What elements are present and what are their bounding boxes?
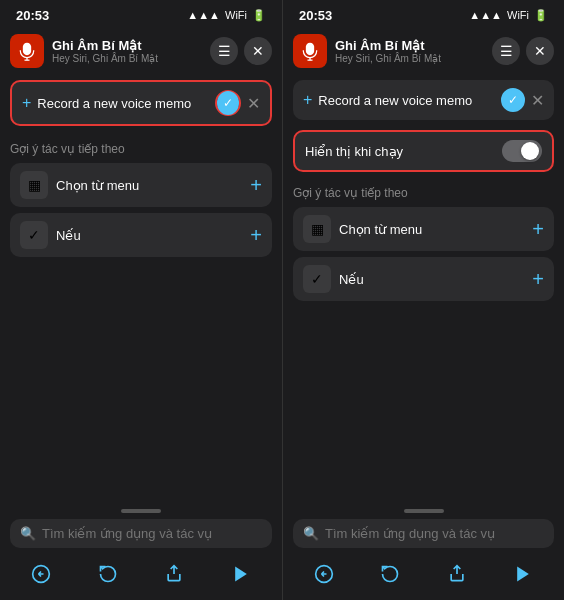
header-buttons-right: ☰ ✕ (492, 37, 554, 65)
tab-undo-right[interactable] (374, 558, 406, 590)
suggestion-item-0-left[interactable]: ▦ Chọn từ menu + (10, 163, 272, 207)
action-close-right[interactable]: ✕ (531, 91, 544, 110)
suggestion-add-0-left[interactable]: + (250, 174, 262, 197)
search-icon-left: 🔍 (20, 526, 36, 541)
tab-play-left[interactable] (225, 558, 257, 590)
suggestion-item-1-right[interactable]: ✓ Nếu + (293, 257, 554, 301)
bottom-area-right: 🔍 (283, 507, 564, 600)
header-buttons-left: ☰ ✕ (210, 37, 272, 65)
app-icon-right (293, 34, 327, 68)
close-button-right[interactable]: ✕ (526, 37, 554, 65)
suggestion-icon-1-left: ✓ (20, 221, 48, 249)
svg-marker-7 (517, 567, 529, 582)
if-icon-right: ✓ (311, 271, 323, 287)
search-bar-right[interactable]: 🔍 (293, 519, 554, 548)
tab-back-left[interactable] (25, 558, 57, 590)
checkmark-icon-right: ✓ (508, 93, 518, 107)
checkmark-icon-left: ✓ (223, 96, 233, 110)
tab-play-right[interactable] (507, 558, 539, 590)
suggestion-add-1-left[interactable]: + (250, 224, 262, 247)
menu-grid-icon-right: ▦ (311, 221, 324, 237)
action-plus-left: + (22, 94, 31, 112)
action-row-right[interactable]: + Record a new voice memo ✓ ✕ (293, 80, 554, 120)
section-label-left: Gợi ý tác vụ tiếp theo (0, 132, 282, 160)
action-close-left[interactable]: ✕ (247, 94, 260, 113)
menu-icon-right: ☰ (500, 43, 513, 59)
status-icons-right: ▲▲▲ WiFi 🔋 (469, 9, 548, 22)
right-panel: 20:53 ▲▲▲ WiFi 🔋 Ghi Âm Bí Mật Hey Siri,… (282, 0, 564, 600)
suggestion-item-0-right[interactable]: ▦ Chọn từ menu + (293, 207, 554, 251)
action-plus-right: + (303, 91, 312, 109)
status-bar-left: 20:53 ▲▲▲ WiFi 🔋 (0, 0, 282, 28)
action-circle-left[interactable]: ✓ (217, 91, 239, 115)
action-text-right: Record a new voice memo (318, 93, 495, 108)
action-row-left[interactable]: + Record a new voice memo ✓ ✕ (10, 80, 272, 126)
menu-icon-left: ☰ (218, 43, 231, 59)
circle-highlight: ✓ (215, 90, 241, 116)
section-label-right: Gợi ý tác vụ tiếp theo (283, 176, 564, 204)
tab-back-right[interactable] (308, 558, 340, 590)
battery-icon: 🔋 (252, 9, 266, 22)
hien-toggle[interactable] (502, 140, 542, 162)
suggestion-add-0-right[interactable]: + (532, 218, 544, 241)
menu-button-left[interactable]: ☰ (210, 37, 238, 65)
suggestion-text-1-left: Nếu (56, 228, 242, 243)
app-title-block-left: Ghi Âm Bí Mật Hey Siri, Ghi Âm Bí Mật (52, 38, 202, 64)
wifi-icon: WiFi (225, 9, 247, 21)
signal-icon-right: ▲▲▲ (469, 9, 502, 21)
tab-undo-left[interactable] (92, 558, 124, 590)
search-input-left[interactable] (42, 526, 262, 541)
divider-left (121, 509, 161, 513)
bottom-tabs-left (0, 554, 282, 592)
suggestion-text-0-right: Chọn từ menu (339, 222, 524, 237)
action-circle-right[interactable]: ✓ (501, 88, 525, 112)
status-time-left: 20:53 (16, 8, 49, 23)
svg-marker-3 (235, 567, 247, 582)
app-title-block-right: Ghi Âm Bí Mật Hey Siri, Ghi Âm Bí Mật (335, 38, 484, 64)
app-header-left: Ghi Âm Bí Mật Hey Siri, Ghi Âm Bí Mật ☰ … (0, 28, 282, 74)
suggestion-text-1-right: Nếu (339, 272, 524, 287)
app-subtitle-left: Hey Siri, Ghi Âm Bí Mật (52, 53, 202, 64)
signal-icon: ▲▲▲ (187, 9, 220, 21)
if-icon: ✓ (28, 227, 40, 243)
status-bar-right: 20:53 ▲▲▲ WiFi 🔋 (283, 0, 564, 28)
suggestion-item-1-left[interactable]: ✓ Nếu + (10, 213, 272, 257)
divider-right (404, 509, 444, 513)
close-button-left[interactable]: ✕ (244, 37, 272, 65)
suggestion-add-1-right[interactable]: + (532, 268, 544, 291)
menu-button-right[interactable]: ☰ (492, 37, 520, 65)
search-input-right[interactable] (325, 526, 544, 541)
hien-row[interactable]: Hiển thị khi chạy (293, 130, 554, 172)
app-title-right: Ghi Âm Bí Mật (335, 38, 484, 53)
app-header-right: Ghi Âm Bí Mật Hey Siri, Ghi Âm Bí Mật ☰ … (283, 28, 564, 74)
hien-label: Hiển thị khi chạy (305, 144, 502, 159)
menu-grid-icon: ▦ (28, 177, 41, 193)
bottom-area-left: 🔍 (0, 507, 282, 600)
suggestion-text-0-left: Chọn từ menu (56, 178, 242, 193)
app-subtitle-right: Hey Siri, Ghi Âm Bí Mật (335, 53, 484, 64)
bottom-tabs-right (283, 554, 564, 592)
wifi-icon-right: WiFi (507, 9, 529, 21)
suggestion-icon-0-right: ▦ (303, 215, 331, 243)
close-icon-right: ✕ (534, 43, 546, 59)
battery-icon-right: 🔋 (534, 9, 548, 22)
status-icons-left: ▲▲▲ WiFi 🔋 (187, 9, 266, 22)
search-bar-left[interactable]: 🔍 (10, 519, 272, 548)
app-icon-left (10, 34, 44, 68)
suggestion-icon-1-right: ✓ (303, 265, 331, 293)
tab-share-right[interactable] (441, 558, 473, 590)
tab-share-left[interactable] (158, 558, 190, 590)
action-text-left: Record a new voice memo (37, 96, 209, 111)
status-time-right: 20:53 (299, 8, 332, 23)
suggestion-icon-0-left: ▦ (20, 171, 48, 199)
search-icon-right: 🔍 (303, 526, 319, 541)
left-panel: 20:53 ▲▲▲ WiFi 🔋 Ghi Âm Bí Mật Hey Siri,… (0, 0, 282, 600)
close-icon-left: ✕ (252, 43, 264, 59)
app-title-left: Ghi Âm Bí Mật (52, 38, 202, 53)
